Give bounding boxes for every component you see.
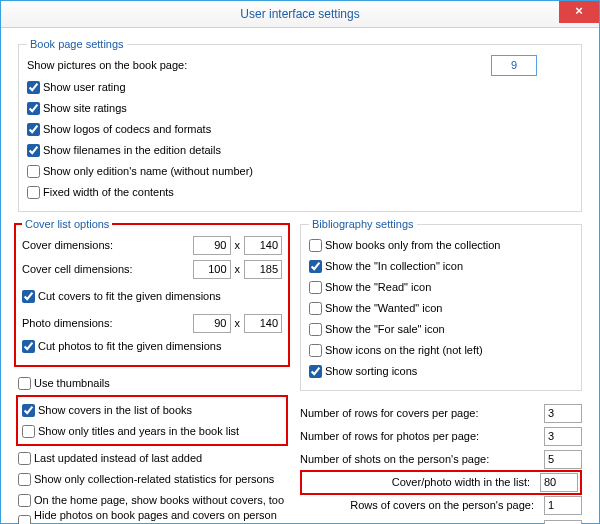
- in-collection-checkbox[interactable]: [309, 260, 322, 273]
- use-thumbnails-checkbox[interactable]: [18, 377, 31, 390]
- icons-right-checkbox[interactable]: [309, 344, 322, 357]
- photo-width-input[interactable]: [193, 314, 231, 333]
- show-filenames-checkbox[interactable]: [27, 144, 40, 157]
- show-pictures-input[interactable]: [491, 55, 537, 76]
- cell-height-input[interactable]: [244, 260, 282, 279]
- show-logos-checkbox[interactable]: [27, 123, 40, 136]
- home-nocover-checkbox[interactable]: [18, 494, 31, 507]
- show-user-rating-checkbox[interactable]: [27, 81, 40, 94]
- cover-height-input[interactable]: [244, 236, 282, 255]
- cell-width-input[interactable]: [193, 260, 231, 279]
- stats-checkbox[interactable]: [18, 473, 31, 486]
- wanted-icon-checkbox[interactable]: [309, 302, 322, 315]
- show-filenames-label: Show filenames in the edition details: [43, 144, 221, 156]
- last-updated-checkbox[interactable]: [18, 452, 31, 465]
- photo-dim-label: Photo dimensions:: [22, 317, 193, 329]
- close-icon[interactable]: ×: [559, 1, 599, 23]
- book-list-highlight: Show covers in the list of books Show on…: [16, 395, 288, 446]
- fixed-width-label: Fixed width of the contents: [43, 186, 174, 198]
- biblio-group: Bibliography settings Show books only fr…: [300, 218, 582, 391]
- photos-rows-label: Number of rows for photos per page:: [300, 430, 544, 442]
- cover-list-group: Cover list options Cover dimensions: x C…: [14, 218, 290, 367]
- cover-list-legend: Cover list options: [22, 218, 112, 230]
- cover-dim-x: x: [235, 239, 241, 251]
- hide-photos-checkbox[interactable]: [18, 515, 31, 525]
- cover-dim-label: Cover dimensions:: [22, 239, 193, 251]
- cell-dim-label: Cover cell dimensions:: [22, 263, 193, 275]
- book-page-group: Book page settings Show pictures on the …: [18, 38, 582, 212]
- show-site-ratings-checkbox[interactable]: [27, 102, 40, 115]
- cover-width-input[interactable]: [193, 236, 231, 255]
- home-nocover-label: On the home page, show books without cov…: [34, 494, 284, 506]
- dialog-content: Book page settings Show pictures on the …: [8, 31, 592, 516]
- biblio-legend: Bibliography settings: [309, 218, 417, 230]
- stats-label: Show only collection-related statistics …: [34, 473, 274, 485]
- cover-photo-width-highlight: Cover/photo width in the list:: [300, 470, 582, 495]
- titlebar: User interface settings ×: [1, 1, 599, 28]
- books-only-checkbox[interactable]: [309, 239, 322, 252]
- photo-dim-x: x: [235, 317, 241, 329]
- person-rows-label: Rows of covers on the person's page:: [300, 499, 544, 511]
- cut-covers-checkbox[interactable]: [22, 290, 35, 303]
- read-icon-checkbox[interactable]: [309, 281, 322, 294]
- window-title: User interface settings: [240, 7, 359, 21]
- in-collection-label: Show the "In collection" icon: [325, 260, 463, 272]
- read-icon-label: Show the "Read" icon: [325, 281, 431, 293]
- show-only-edition-checkbox[interactable]: [27, 165, 40, 178]
- settings-window: User interface settings × Book page sett…: [0, 0, 600, 524]
- show-pictures-label: Show pictures on the book page:: [27, 59, 491, 71]
- sorting-icons-checkbox[interactable]: [309, 365, 322, 378]
- cut-photos-checkbox[interactable]: [22, 340, 35, 353]
- cut-covers-label: Cut covers to fit the given dimensions: [38, 290, 221, 302]
- shots-label: Number of shots on the person's page:: [300, 453, 544, 465]
- show-site-ratings-label: Show site ratings: [43, 102, 127, 114]
- for-sale-icon-checkbox[interactable]: [309, 323, 322, 336]
- hide-photos-label: Hide photos on book pages and covers on …: [34, 509, 286, 524]
- show-only-edition-label: Show only edition's name (without number…: [43, 165, 253, 177]
- photos-rows-input[interactable]: [544, 427, 582, 446]
- fixed-width-checkbox[interactable]: [27, 186, 40, 199]
- person-rows-input[interactable]: [544, 496, 582, 515]
- photo-height-input[interactable]: [244, 314, 282, 333]
- only-titles-checkbox[interactable]: [22, 425, 35, 438]
- sorting-icons-label: Show sorting icons: [325, 365, 417, 377]
- covers-rows-label: Number of rows for covers per page:: [300, 407, 544, 419]
- show-user-rating-label: Show user rating: [43, 81, 126, 93]
- covers-rows-input[interactable]: [544, 404, 582, 423]
- book-page-legend: Book page settings: [27, 38, 127, 50]
- show-covers-checkbox[interactable]: [22, 404, 35, 417]
- wanted-icon-label: Show the "Wanted" icon: [325, 302, 442, 314]
- shots-input[interactable]: [544, 450, 582, 469]
- use-thumbnails-label: Use thumbnails: [34, 377, 110, 389]
- cell-dim-x: x: [235, 263, 241, 275]
- last-updated-label: Last updated instead of last added: [34, 452, 202, 464]
- width-label: Cover/photo width in the list:: [304, 476, 540, 488]
- spacing-select[interactable]: 2: [544, 520, 582, 525]
- show-covers-label: Show covers in the list of books: [38, 404, 192, 416]
- only-titles-label: Show only titles and years in the book l…: [38, 425, 239, 437]
- cut-photos-label: Cut photos to fit the given dimensions: [38, 340, 221, 352]
- width-input[interactable]: [540, 473, 578, 492]
- books-only-label: Show books only from the collection: [325, 239, 500, 251]
- show-logos-label: Show logos of codecs and formats: [43, 123, 211, 135]
- for-sale-icon-label: Show the "For sale" icon: [325, 323, 445, 335]
- icons-right-label: Show icons on the right (not left): [325, 344, 483, 356]
